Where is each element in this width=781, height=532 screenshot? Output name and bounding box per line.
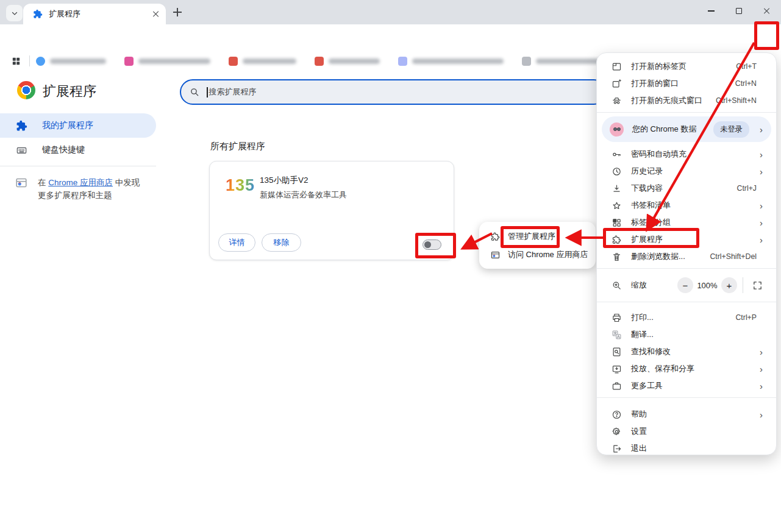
extension-toggle[interactable] [423, 239, 441, 250]
sidebar-item-my-extensions[interactable]: 我的扩展程序 [0, 113, 156, 138]
minimize-icon [708, 10, 715, 11]
bookmark-item[interactable] [229, 57, 296, 66]
zoom-label: 缩放 [631, 280, 677, 291]
glasses-avatar-icon [612, 124, 622, 135]
tab-search-button[interactable] [6, 5, 23, 21]
menu-item[interactable]: 设置 [597, 423, 776, 440]
fullscreen-icon[interactable] [752, 280, 763, 291]
extensions-favicon-icon [33, 9, 43, 19]
menu-item[interactable]: 投放、保存和分享 › [597, 360, 776, 377]
menu-item[interactable]: 打开新的无痕式窗口 Ctrl+Shift+N [597, 92, 776, 109]
help-icon [612, 410, 622, 420]
extension-card: 135 135小助手V2 新媒体运营必备效率工具 详情 移除 [209, 161, 454, 260]
bookmark-blurred-label [138, 59, 210, 64]
bookmark-blurred-label [329, 59, 380, 64]
browser-tab[interactable]: 扩展程序 [23, 4, 166, 24]
bookmark-blurred-label [243, 59, 296, 64]
chrome-logo-icon [17, 81, 35, 99]
menu-item[interactable]: 打开新的窗口 Ctrl+N [597, 75, 776, 92]
browser-main-menu: 打开新的标签页 Ctrl+T 打开新的窗口 Ctrl+N 打开新的无痕式窗口 C… [596, 52, 777, 455]
settings-icon [612, 427, 622, 437]
maximize-button[interactable] [725, 0, 753, 22]
new-tab-button[interactable] [173, 8, 182, 19]
menu-section-share: 打印... Ctrl+P 翻译... 查找和修改 › 投放、保存和分享 › 更多… [597, 305, 776, 394]
maximize-icon [736, 8, 742, 14]
zoom-out-button[interactable]: − [677, 277, 693, 293]
history-icon [612, 166, 622, 177]
details-button[interactable]: 详情 [218, 233, 255, 252]
extensions-search-input[interactable]: 搜索扩展程序 [180, 79, 607, 105]
close-button[interactable] [753, 0, 781, 22]
submenu-chevron-icon: › [757, 200, 763, 211]
exit-icon [612, 444, 622, 454]
toggle-knob [424, 241, 431, 248]
menu-item[interactable]: 下载内容 Ctrl+J [597, 180, 776, 197]
menu-item[interactable]: 扩展程序 › [597, 231, 776, 248]
apps-button[interactable] [7, 52, 24, 69]
submenu-chevron-icon: › [757, 235, 763, 245]
page-title: 扩展程序 [43, 82, 96, 101]
menu-section-tools: 密码和自动填充 › 历史记录 › 下载内容 Ctrl+J 书签和清单 › 标签页… [597, 146, 776, 265]
tab-group-icon [612, 218, 622, 228]
webstore-link[interactable]: Chrome 应用商店 [48, 178, 113, 187]
keyboard-icon [16, 144, 27, 156]
menu-separator [597, 397, 776, 398]
submenu-chevron-icon: › [757, 218, 763, 228]
submenu-chevron-icon: › [757, 364, 763, 374]
tab-close-icon[interactable] [152, 10, 160, 18]
key-icon [612, 149, 622, 160]
menu-item-chrome-data[interactable]: 您的 Chrome 数据 未登录 › [602, 116, 771, 142]
menu-item[interactable]: 标签页分组 › [597, 214, 776, 231]
translate-icon [612, 330, 622, 340]
menu-item[interactable]: 打印... Ctrl+P [597, 309, 776, 326]
close-icon [763, 7, 771, 15]
find-icon [612, 347, 622, 357]
webstore-icon [490, 250, 501, 260]
new-window-icon [612, 79, 622, 89]
star-icon [612, 200, 622, 211]
extension-description: 新媒体运营必备效率工具 [260, 190, 347, 200]
context-menu-item[interactable]: 管理扩展程序 [479, 227, 596, 246]
sidebar-item-keyboard-shortcuts[interactable]: 键盘快捷键 [0, 138, 156, 162]
bookmark-blurred-label [412, 59, 504, 64]
bookmark-items [36, 57, 627, 66]
bookmark-item[interactable] [36, 57, 106, 66]
menu-item[interactable]: 退出 [597, 440, 776, 457]
zoom-in-button[interactable]: + [721, 277, 737, 293]
bookmark-item[interactable] [124, 57, 210, 66]
plus-icon [173, 8, 182, 16]
submenu-chevron-icon: › [757, 124, 763, 135]
menu-item[interactable]: 翻译... [597, 326, 776, 343]
remove-button[interactable]: 移除 [262, 233, 301, 252]
menu-item[interactable]: 打开新的标签页 Ctrl+T [597, 58, 776, 75]
extension-logo: 135 [226, 176, 255, 195]
section-title: 所有扩展程序 [210, 141, 265, 152]
profile-avatar [610, 122, 624, 137]
print-icon [612, 313, 622, 323]
bookmark-favicon [398, 57, 407, 66]
menu-item[interactable]: 书签和清单 › [597, 197, 776, 214]
bookmark-blurred-label [50, 59, 106, 64]
zoom-divider [743, 277, 743, 293]
bookmark-favicon [522, 57, 531, 66]
sidebar-item-label: 键盘快捷键 [42, 144, 85, 155]
menu-item[interactable]: 更多工具 › [597, 377, 776, 394]
webstore-promo: 在 Chrome 应用商店 中发现更多扩展程序和主题 [15, 176, 156, 202]
menu-item[interactable]: 密码和自动填充 › [597, 146, 776, 163]
sidebar-divider [0, 166, 156, 166]
bookmark-item[interactable] [315, 57, 380, 66]
context-menu-item[interactable]: 访问 Chrome 应用商店 [479, 246, 596, 264]
menu-item[interactable]: 帮助 › [597, 406, 776, 423]
menu-item[interactable]: 删除浏览数据... Ctrl+Shift+Del [597, 248, 776, 265]
extension-context-menu: 管理扩展程序 访问 Chrome 应用商店 [479, 222, 596, 269]
minimize-button[interactable] [697, 0, 725, 22]
apps-grid-icon [11, 56, 21, 66]
menu-item-zoom: 缩放 − 100% + [597, 272, 776, 299]
submenu-chevron-icon: › [757, 410, 763, 420]
menu-item[interactable]: 查找和修改 › [597, 343, 776, 360]
menu-item[interactable]: 历史记录 › [597, 163, 776, 180]
bookmark-favicon [36, 57, 45, 66]
webstore-icon [15, 176, 28, 190]
bookmark-favicon [124, 57, 134, 66]
bookmark-item[interactable] [398, 57, 504, 66]
